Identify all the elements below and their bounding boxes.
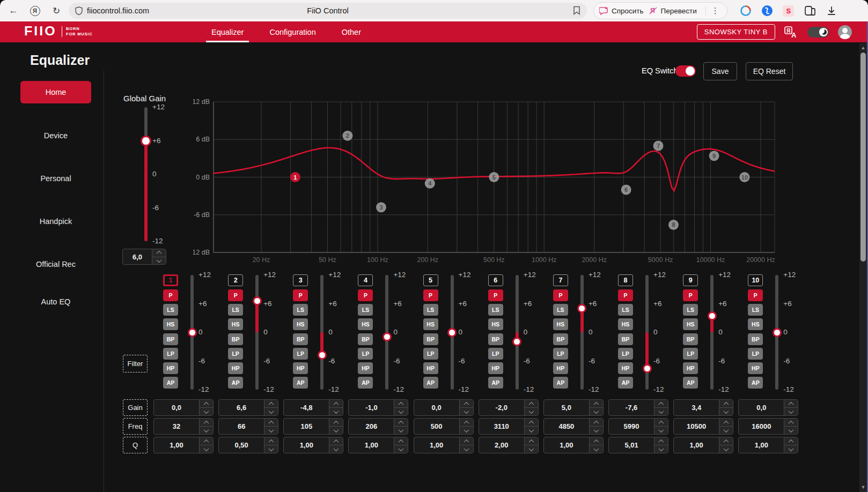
band-7-filter-bp-button[interactable]: BP xyxy=(553,333,568,345)
band-10-select-button[interactable]: 10 xyxy=(748,274,763,286)
band-2-freq-increment[interactable] xyxy=(264,419,278,427)
band-1-filter-bp-button[interactable]: BP xyxy=(163,333,178,345)
band-5-filter-hs-button[interactable]: HS xyxy=(423,318,438,330)
band-10-filter-hp-button[interactable]: HP xyxy=(748,362,763,374)
band-4-filter-p-button[interactable]: P xyxy=(358,289,373,301)
band-10-gain-decrement[interactable] xyxy=(784,408,798,415)
band-5-gain-decrement[interactable] xyxy=(460,408,473,415)
translate-button[interactable]: Перевести xyxy=(661,7,697,15)
band-2-filter-ls-button[interactable]: LS xyxy=(228,304,243,316)
sidebar-item-home[interactable]: Home xyxy=(20,81,91,103)
band-6-filter-p-button[interactable]: P xyxy=(488,289,503,301)
band-5-q-value[interactable]: 1,00 xyxy=(414,437,459,453)
band-4-filter-hs-button[interactable]: HS xyxy=(358,318,373,330)
band-9-gain-value[interactable]: 3,4 xyxy=(674,400,719,415)
band-8-filter-ls-button[interactable]: LS xyxy=(618,304,633,316)
band-8-freq-decrement[interactable] xyxy=(654,427,668,434)
band-10-gain-knob[interactable] xyxy=(773,328,782,337)
band-2-gain-increment[interactable] xyxy=(264,400,278,408)
band-6-filter-hp-button[interactable]: HP xyxy=(488,362,503,374)
band-3-q-increment[interactable] xyxy=(329,437,343,445)
band-4-filter-lp-button[interactable]: LP xyxy=(358,348,373,360)
band-10-filter-hs-button[interactable]: HS xyxy=(748,318,763,330)
global-gain-knob[interactable] xyxy=(141,136,151,146)
band-2-q-increment[interactable] xyxy=(264,437,278,445)
band-8-gain-knob[interactable] xyxy=(643,364,652,373)
band-3-freq-decrement[interactable] xyxy=(329,427,343,434)
band-5-filter-hp-button[interactable]: HP xyxy=(423,362,438,374)
band-3-gain-value[interactable]: -4,8 xyxy=(284,400,329,415)
band-3-gain-increment[interactable] xyxy=(329,400,343,408)
band-8-filter-p-button[interactable]: P xyxy=(618,289,633,301)
band-6-filter-bp-button[interactable]: BP xyxy=(488,333,503,345)
shazam-icon[interactable] xyxy=(761,4,774,17)
extension-circle-icon[interactable] xyxy=(739,4,752,17)
band-9-q-increment[interactable] xyxy=(719,437,733,445)
band-3-freq-value[interactable]: 105 xyxy=(284,419,329,434)
band-8-filter-hs-button[interactable]: HS xyxy=(618,318,633,330)
band-10-filter-lp-button[interactable]: LP xyxy=(748,348,763,360)
band-7-filter-ls-button[interactable]: LS xyxy=(553,304,568,316)
band-marker-7[interactable]: 7 xyxy=(653,140,664,151)
band-9-gain-increment[interactable] xyxy=(719,400,733,408)
band-9-filter-hs-button[interactable]: HS xyxy=(683,318,698,330)
band-9-gain-knob[interactable] xyxy=(708,311,717,320)
user-avatar[interactable] xyxy=(838,25,852,39)
band-3-filter-ls-button[interactable]: LS xyxy=(293,304,308,316)
band-9-filter-hp-button[interactable]: HP xyxy=(683,362,698,374)
band-marker-9[interactable]: 9 xyxy=(709,151,719,161)
band-8-q-increment[interactable] xyxy=(654,437,668,445)
address-bar[interactable]: fiiocontrol.fiio.com FiiO Control xyxy=(69,3,587,19)
band-1-gain-increment[interactable] xyxy=(200,400,213,408)
band-7-filter-hp-button[interactable]: HP xyxy=(553,362,568,374)
save-button[interactable]: Save xyxy=(703,62,737,80)
band-7-gain-value[interactable]: 5,0 xyxy=(544,400,589,415)
band-5-freq-value[interactable]: 500 xyxy=(414,419,459,434)
band-1-gain-knob[interactable] xyxy=(188,328,197,337)
band-1-filter-ap-button[interactable]: AP xyxy=(163,377,178,389)
band-2-filter-bp-button[interactable]: BP xyxy=(228,333,243,345)
band-9-filter-bp-button[interactable]: BP xyxy=(683,333,698,345)
band-5-filter-p-button[interactable]: P xyxy=(423,289,438,301)
band-9-q-value[interactable]: 1,00 xyxy=(674,437,719,453)
band-4-freq-increment[interactable] xyxy=(394,419,408,427)
band-6-gain-decrement[interactable] xyxy=(525,408,538,415)
bookmark-icon[interactable] xyxy=(573,6,580,15)
band-7-filter-lp-button[interactable]: LP xyxy=(553,348,568,360)
band-2-gain-track[interactable] xyxy=(255,275,259,390)
global-gain-value[interactable]: 6,0 xyxy=(123,249,152,264)
band-4-filter-ls-button[interactable]: LS xyxy=(358,304,373,316)
band-9-freq-increment[interactable] xyxy=(719,419,733,427)
band-10-q-value[interactable]: 1,00 xyxy=(739,437,784,453)
band-4-gain-decrement[interactable] xyxy=(394,408,408,415)
band-6-q-increment[interactable] xyxy=(525,437,538,445)
band-1-q-increment[interactable] xyxy=(200,437,213,445)
band-2-freq-decrement[interactable] xyxy=(264,427,278,434)
band-5-filter-ap-button[interactable]: AP xyxy=(423,377,438,389)
band-6-gain-knob[interactable] xyxy=(512,337,521,346)
band-6-freq-increment[interactable] xyxy=(525,419,538,427)
band-9-gain-decrement[interactable] xyxy=(719,408,733,415)
band-marker-2[interactable]: 2 xyxy=(342,131,352,141)
yandex-home-icon[interactable]: Я xyxy=(28,4,42,18)
band-marker-8[interactable]: 8 xyxy=(668,220,679,230)
band-5-q-increment[interactable] xyxy=(460,437,473,445)
band-1-gain-decrement[interactable] xyxy=(200,408,213,415)
band-1-freq-increment[interactable] xyxy=(200,419,213,427)
band-10-q-decrement[interactable] xyxy=(784,445,798,453)
tab-configuration[interactable]: Configuration xyxy=(268,21,317,42)
band-7-q-increment[interactable] xyxy=(590,437,603,445)
band-9-filter-lp-button[interactable]: LP xyxy=(683,348,698,360)
band-2-gain-value[interactable]: 6,6 xyxy=(219,400,264,415)
band-2-filter-hs-button[interactable]: HS xyxy=(228,318,243,330)
tab-equalizer[interactable]: Equalizer xyxy=(210,21,245,42)
band-3-q-decrement[interactable] xyxy=(329,445,343,453)
band-8-freq-increment[interactable] xyxy=(654,419,668,427)
band-4-gain-value[interactable]: -1,0 xyxy=(349,400,394,415)
sidebar-item-device[interactable]: Device xyxy=(20,124,91,147)
band-5-gain-knob[interactable] xyxy=(447,328,457,337)
band-3-filter-ap-button[interactable]: AP xyxy=(293,377,308,389)
band-5-select-button[interactable]: 5 xyxy=(423,274,438,286)
more-options-icon[interactable]: ⋮ xyxy=(709,6,722,16)
band-10-gain-value[interactable]: 0,0 xyxy=(739,400,784,415)
